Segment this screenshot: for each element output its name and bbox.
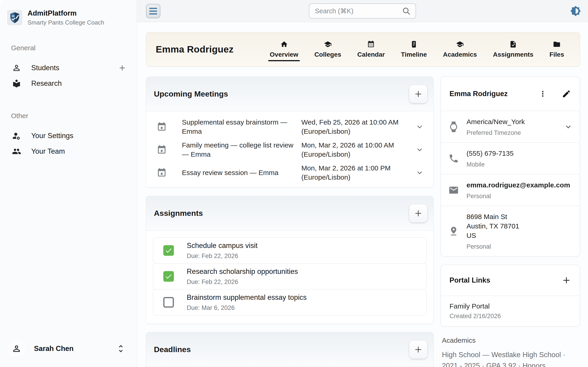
chevron-down-icon[interactable]	[415, 122, 424, 131]
tab-timeline[interactable]: Timeline	[400, 32, 427, 66]
student-tabs: Overview Colleges Calendar Timeline Acad…	[269, 32, 580, 66]
portal-link-name: Family Portal	[450, 302, 501, 310]
topbar	[137, 0, 588, 22]
content: Emma Rodriguez Overview Colleges Calenda…	[137, 22, 588, 367]
home-icon	[280, 40, 288, 48]
unfold-more-icon[interactable]	[116, 344, 126, 353]
sidebar-nav-general: Students Research	[0, 60, 137, 91]
sidebar-nav-other: Your Settings Your Team	[0, 128, 137, 159]
contact-header: Emma Rodriguez	[441, 77, 580, 111]
pin-icon	[441, 226, 467, 236]
checkbox-checked-icon[interactable]	[163, 245, 174, 256]
add-deadline-button[interactable]	[409, 340, 427, 359]
email-value: emma.rodriguez@example.com	[467, 180, 573, 190]
search-input[interactable]	[315, 7, 402, 15]
assignment-due: Due: Feb 22, 2026	[187, 252, 258, 260]
checkbox-checked-icon[interactable]	[163, 271, 174, 282]
meeting-title: Essay review session — Emma	[182, 168, 301, 177]
card-title: Deadlines	[154, 345, 191, 354]
add-student-icon[interactable]	[118, 64, 127, 72]
meeting-datetime: Mon, Mar 2, 2026 at 1:00 PM (Europe/Lisb…	[301, 164, 415, 182]
assignment-list: Schedule campus visit Due: Feb 22, 2026	[146, 231, 433, 324]
meeting-row: Family meeting — college list review — E…	[146, 138, 433, 161]
address-label: Personal	[467, 243, 573, 250]
student-name: Emma Rodriguez	[156, 44, 233, 55]
address-line: US	[467, 231, 573, 240]
calendar-event-icon	[157, 145, 167, 155]
main-area: Emma Rodriguez Overview Colleges Calenda…	[137, 0, 588, 367]
sidebar-item-students[interactable]: Students	[0, 60, 137, 76]
graduation-cap-icon	[456, 40, 464, 48]
card-title: Upcoming Meetings	[154, 90, 228, 98]
sidebar-item-label: Your Team	[31, 147, 65, 156]
tab-academics[interactable]: Academics	[442, 32, 477, 66]
person-icon	[12, 63, 21, 73]
assignment-due: Due: Feb 22, 2026	[187, 278, 298, 286]
sidebar-item-research[interactable]: Research	[0, 76, 137, 91]
portal-link-created: Created 2/16/2026	[450, 313, 501, 320]
email-row: emma.rodriguez@example.com Personal	[441, 174, 580, 206]
portal-links-card: Portal Links Family Portal Created 2/16/…	[441, 265, 580, 326]
assignment-row: Brainstorm supplemental essay topics Due…	[153, 289, 426, 315]
tab-colleges[interactable]: Colleges	[314, 32, 342, 66]
app-title: AdmitPlatform	[27, 9, 104, 17]
calendar-icon	[367, 40, 375, 48]
add-assignment-button[interactable]	[409, 204, 427, 223]
assignment-title: Research scholarship opportunities	[187, 267, 298, 276]
person-gear-icon	[12, 131, 21, 140]
meeting-row: Supplemental essay brainstorm — Emma Wed…	[146, 115, 433, 138]
address-row: 8698 Main St Austin, TX 78701 US Persona…	[441, 206, 580, 257]
deadlines-card: Deadlines	[146, 332, 434, 367]
assignment-row: Schedule campus visit Due: Feb 22, 2026	[153, 237, 426, 264]
sidebar-item-your-team[interactable]: Your Team	[0, 144, 137, 159]
plus-icon	[414, 90, 423, 98]
checkbox-unchecked-icon[interactable]	[163, 297, 174, 308]
edit-contact-icon[interactable]	[562, 89, 571, 98]
tab-files[interactable]: Files	[549, 32, 565, 66]
assignments-header: Assignments	[146, 196, 433, 231]
academics-summary: Academics High School — Westlake High Sc…	[441, 336, 580, 367]
tab-label: Files	[549, 51, 564, 58]
meeting-datetime: Wed, Feb 25, 2026 at 10:00 AM (Europe/Li…	[301, 118, 415, 136]
add-meeting-button[interactable]	[409, 85, 427, 103]
sidebar: AdmitPlatform Smarty Pants College Coach…	[0, 0, 137, 367]
portal-links-header: Portal Links	[441, 265, 580, 296]
meeting-title: Supplemental essay brainstorm — Emma	[182, 118, 301, 136]
tab-label: Assignments	[493, 51, 533, 58]
people-icon	[12, 147, 21, 156]
portal-link-row: Family Portal Created 2/16/2026	[441, 296, 580, 326]
current-user[interactable]: Sarah Chen	[0, 333, 137, 367]
more-options-icon[interactable]	[538, 90, 547, 98]
timezone-row: America/New_York Preferred Timezone	[441, 111, 580, 143]
app-tagline: Smarty Pants College Coach	[27, 19, 104, 26]
timezone-value: America/New_York	[467, 117, 564, 126]
brand: AdmitPlatform Smarty Pants College Coach	[0, 0, 137, 28]
chevron-down-icon[interactable]	[564, 122, 573, 131]
avatar	[7, 340, 26, 358]
academics-heading: Academics	[442, 336, 579, 344]
chevron-down-icon[interactable]	[415, 145, 424, 154]
chevron-down-icon[interactable]	[415, 168, 424, 177]
academics-text: High School — Westlake High School · 202…	[442, 349, 579, 367]
add-portal-link-icon[interactable]	[562, 276, 571, 285]
tab-label: Timeline	[401, 51, 427, 58]
tab-calendar[interactable]: Calendar	[357, 32, 385, 66]
sidebar-item-label: Research	[31, 79, 62, 88]
tab-overview[interactable]: Overview	[269, 32, 299, 66]
assignment-title: Brainstorm supplemental essay topics	[187, 293, 307, 302]
menu-toggle-button[interactable]	[146, 4, 160, 18]
tab-assignments[interactable]: Assignments	[493, 32, 534, 66]
theme-toggle-icon[interactable]	[570, 6, 581, 17]
email-label: Personal	[467, 193, 573, 200]
sidebar-item-your-settings[interactable]: Your Settings	[0, 128, 137, 144]
search-icon[interactable]	[402, 6, 411, 16]
calendar-event-icon	[157, 122, 167, 132]
phone-label: Mobile	[467, 161, 573, 168]
upcoming-meetings-card: Upcoming Meetings Supplemental essay bra…	[146, 77, 434, 188]
sidebar-section-general: General	[0, 44, 137, 52]
assignment-check-icon	[509, 40, 517, 48]
graduation-cap-icon	[324, 40, 332, 48]
meeting-datetime: Mon, Mar 2, 2026 at 10:00 AM (Europe/Lis…	[301, 141, 415, 159]
plus-icon	[414, 345, 423, 354]
contact-name: Emma Rodriguez	[450, 90, 508, 98]
